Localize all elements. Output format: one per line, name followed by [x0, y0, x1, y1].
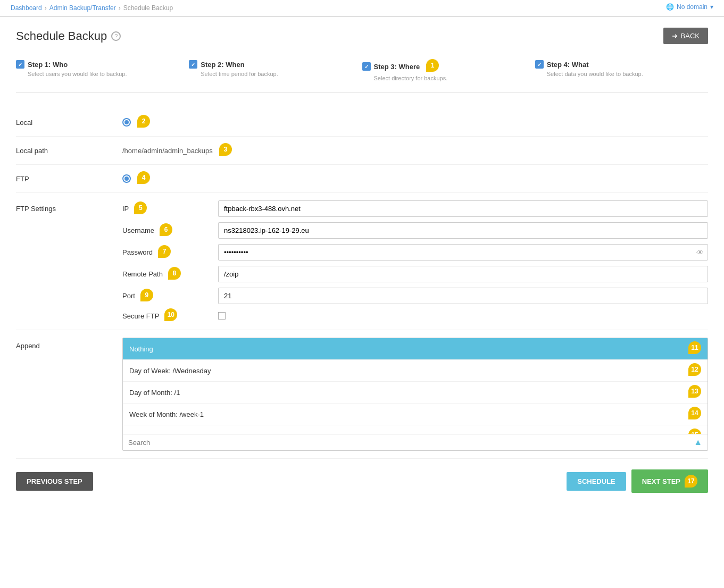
ftp-ip-label: IP — [122, 205, 129, 213]
chevron-down-icon: ▾ — [710, 3, 713, 11]
ftp-port-input[interactable] — [218, 288, 708, 304]
step4-check: ✓ — [535, 60, 544, 69]
ftp-port-row: Port 9 — [122, 288, 708, 304]
append-search[interactable]: ▲ — [123, 434, 708, 450]
ftp-port-badge: 9 — [140, 289, 153, 301]
ftp-remote-path-row: Remote Path 8 — [122, 266, 708, 282]
ftp-secure-label: Secure FTP — [122, 312, 159, 320]
ftp-port-label: Port — [122, 292, 135, 300]
breadcrumb-admin-backup[interactable]: Admin Backup/Transfer — [49, 4, 116, 12]
eye-icon[interactable]: 👁 — [696, 248, 704, 257]
step3-desc: Select directory for backups. — [362, 75, 535, 81]
step3-label: Step 3: Where — [374, 63, 420, 71]
back-button[interactable]: ➜ BACK — [663, 28, 708, 44]
append-search-input[interactable] — [128, 439, 694, 447]
append-list-item[interactable]: Day of Week: /Wednesday12 — [123, 360, 708, 382]
ftp-password-label: Password — [122, 248, 153, 256]
step4-desc: Select data you would like to backup. — [535, 71, 708, 77]
append-list: Nothing11Day of Week: /Wednesday12Day of… — [122, 338, 708, 451]
bottom-actions: PREVIOUS STEP SCHEDULE NEXT STEP 17 — [16, 459, 708, 503]
arrow-icon: ➜ — [672, 32, 678, 40]
chevron-up-icon: ▲ — [694, 438, 702, 447]
append-list-item[interactable]: Nothing11 — [123, 338, 708, 360]
schedule-button[interactable]: SCHEDULE — [567, 472, 626, 491]
step2-label: Step 2: When — [201, 61, 244, 69]
next-step-label: NEXT STEP — [642, 477, 680, 485]
help-icon[interactable]: ? — [111, 31, 121, 41]
step1-label: Step 1: Who — [28, 61, 68, 69]
step-4: ✓ Step 4: What Select data you would lik… — [535, 60, 708, 81]
step1-desc: Select users you would like to backup. — [16, 71, 189, 77]
page-title-text: Schedule Backup — [16, 29, 107, 43]
step1-check: ✓ — [16, 60, 24, 69]
ftp-settings-label: FTP Settings — [16, 200, 122, 213]
next-step-button[interactable]: NEXT STEP 17 — [631, 469, 708, 493]
local-path-badge: 3 — [219, 143, 232, 156]
ftp-section: FTP 4 — [16, 165, 708, 193]
ftp-label: FTP — [16, 175, 122, 183]
local-path-value: /home/admin/admin_backups — [122, 147, 213, 155]
page-title: Schedule Backup ? — [16, 29, 121, 43]
ftp-secure-badge: 10 — [164, 308, 177, 321]
next-step-badge: 17 — [685, 475, 697, 488]
domain-label: No domain — [677, 3, 708, 11]
back-button-label: BACK — [681, 32, 700, 40]
ftp-remote-path-badge: 8 — [168, 267, 181, 280]
local-radio[interactable] — [122, 118, 131, 127]
ftp-username-row: Username 6 — [122, 222, 708, 239]
ftp-username-label: Username — [122, 226, 154, 234]
domain-selector[interactable]: 🌐 No domain ▾ — [666, 3, 713, 11]
step2-desc: Select time period for backup. — [189, 71, 362, 77]
ftp-radio[interactable] — [122, 174, 131, 183]
step-2: ✓ Step 2: When Select time period for ba… — [189, 60, 362, 81]
ftp-badge: 4 — [137, 171, 150, 184]
append-list-items: Nothing11Day of Week: /Wednesday12Day of… — [123, 338, 708, 434]
step-3: ✓ Step 3: Where 1 Select directory for b… — [362, 60, 535, 81]
secure-ftp-checkbox[interactable] — [218, 312, 226, 320]
ftp-ip-row: IP 5 — [122, 200, 708, 217]
ftp-remote-path-label: Remote Path — [122, 270, 163, 278]
local-badge: 2 — [137, 115, 150, 128]
ftp-remote-path-input[interactable] — [218, 266, 708, 282]
append-section: Append Nothing11Day of Week: /Wednesday1… — [16, 330, 708, 459]
ftp-username-badge: 6 — [160, 223, 172, 236]
local-label: Local — [16, 119, 122, 127]
step3-badge: 1 — [426, 59, 439, 72]
step2-check: ✓ — [189, 60, 197, 69]
ftp-password-badge: 7 — [158, 245, 171, 258]
step3-check: ✓ — [362, 62, 371, 71]
append-list-item[interactable]: Day of Month: /113 — [123, 382, 708, 404]
append-list-item[interactable]: Month: /Jan15 — [123, 425, 708, 434]
ftp-username-input[interactable] — [218, 222, 708, 239]
ftp-ip-input[interactable] — [218, 200, 708, 217]
ftp-password-input[interactable] — [218, 244, 708, 261]
ftp-ip-badge: 5 — [134, 201, 147, 214]
breadcrumb-current: Schedule Backup — [123, 4, 173, 12]
step-1: ✓ Step 1: Who Select users you would lik… — [16, 60, 189, 81]
page-header: Schedule Backup ? ➜ BACK — [16, 28, 708, 44]
breadcrumb-dashboard[interactable]: Dashboard — [11, 4, 42, 12]
previous-step-button[interactable]: PREVIOUS STEP — [16, 472, 93, 491]
local-section: Local 2 — [16, 108, 708, 137]
ftp-password-row: Password 7 👁 — [122, 244, 708, 261]
ftp-secure-row: Secure FTP 10 — [122, 309, 708, 322]
append-label: Append — [16, 338, 122, 350]
local-path-section: Local path /home/admin/admin_backups 3 — [16, 137, 708, 165]
breadcrumb: Dashboard › Admin Backup/Transfer › Sche… — [0, 0, 724, 16]
steps-row: ✓ Step 1: Who Select users you would lik… — [16, 60, 708, 93]
globe-icon: 🌐 — [666, 3, 674, 11]
local-path-label: Local path — [16, 147, 122, 155]
append-list-item[interactable]: Week of Month: /week-114 — [123, 404, 708, 425]
ftp-settings-section: FTP Settings IP 5 Username 6 — [16, 193, 708, 330]
step4-label: Step 4: What — [547, 61, 589, 69]
